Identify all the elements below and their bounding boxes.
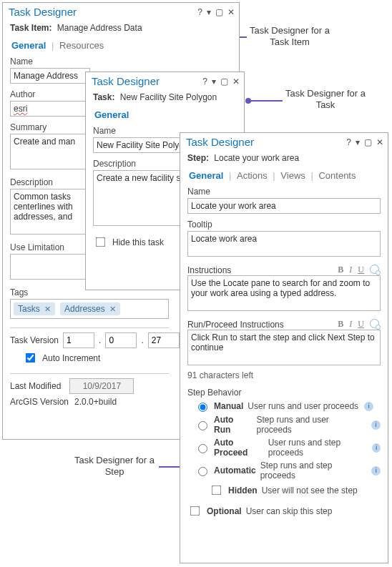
chars-left: 91 characters left (187, 370, 381, 380)
desc-optional: User can skip this step (246, 506, 333, 516)
checkbox-hidden[interactable] (212, 485, 222, 495)
pane-step: Task Designer ? ▾ ▢ ✕ Step: Locate your … (180, 132, 388, 563)
bold-icon[interactable]: B (338, 319, 343, 330)
desc-automatic: Step runs and step proceeds (260, 460, 366, 480)
input-task-description[interactable]: Create a new facility s (93, 170, 185, 226)
label-hide-task: Hide this task (112, 237, 164, 247)
bold-icon[interactable]: B (338, 265, 343, 275)
label-manual: Manual (214, 401, 243, 411)
info-icon[interactable]: i (371, 420, 381, 430)
tab-general[interactable]: General (10, 40, 47, 51)
menu-caret-icon[interactable]: ▾ (207, 8, 211, 16)
restore-icon[interactable]: ▢ (215, 8, 223, 16)
close-icon[interactable]: ✕ (232, 77, 240, 86)
value-arcgis-version: 2.0.0+build (74, 397, 117, 407)
radio-manual[interactable] (198, 403, 207, 412)
input-run-instructions[interactable]: Click Run to start the step and click Ne… (187, 330, 381, 365)
close-icon[interactable]: ✕ (376, 138, 383, 147)
desc-hidden: User will not see the step (262, 485, 358, 495)
tab-general[interactable]: General (187, 170, 225, 181)
label-step-name: Name (187, 187, 381, 197)
label-task-version: Task Version (10, 335, 59, 345)
tags-container[interactable]: Tasks✕ Addresses✕ (10, 299, 169, 319)
label-arcgis-version: ArcGIS Version (10, 397, 69, 407)
label-optional: Optional (207, 506, 242, 516)
restore-icon[interactable]: ▢ (220, 77, 228, 86)
callout-1-line1: Task Designer for a (250, 25, 330, 36)
tab-resources[interactable]: Resources (58, 40, 105, 51)
input-version-minor[interactable] (105, 332, 137, 348)
tab-general[interactable]: General (93, 109, 130, 120)
step-heading-label: Step: (187, 153, 209, 163)
radio-automatic[interactable] (198, 467, 207, 476)
label-hidden: Hidden (228, 485, 258, 495)
callout-1-line2: Task Item (270, 36, 310, 47)
radio-auto-proceed[interactable] (198, 444, 207, 453)
input-version-major[interactable] (63, 332, 94, 348)
tag-remove-icon[interactable]: ✕ (109, 305, 116, 314)
callout-2-line1: Task Designer for a (285, 88, 366, 99)
input-step-name[interactable] (187, 198, 381, 214)
input-name[interactable] (10, 68, 90, 84)
tab-contents[interactable]: Contents (317, 170, 357, 181)
tab-actions[interactable]: Actions (235, 170, 269, 181)
underline-icon[interactable]: U (358, 265, 364, 275)
task-heading-value: New Facility Site Polygon (120, 92, 217, 102)
info-icon[interactable]: i (372, 443, 381, 453)
radio-auto-run[interactable] (198, 421, 207, 430)
checkbox-optional[interactable] (190, 506, 200, 516)
pane2-title: Task Designer (92, 75, 160, 87)
help-icon[interactable]: ? (202, 77, 207, 86)
input-instructions[interactable]: Use the Locate pane to search for and zo… (187, 275, 381, 311)
info-icon[interactable]: i (371, 466, 381, 475)
underline-icon[interactable]: U (358, 319, 364, 330)
task-item-heading-value: Manage Address Data (57, 23, 142, 33)
task-item-heading-label: Task Item: (10, 23, 52, 33)
label-auto-proceed: Auto Proceed (214, 438, 264, 458)
input-summary[interactable]: Create and man (10, 134, 90, 169)
checkbox-hide-task[interactable] (96, 237, 106, 247)
link-icon[interactable] (370, 319, 379, 328)
label-automatic: Automatic (214, 465, 256, 475)
close-icon[interactable]: ✕ (227, 8, 235, 16)
callout-2-line2: Task (316, 99, 335, 110)
label-last-modified: Last Modified (10, 381, 61, 391)
callout-3-line1: Task Designer for a (74, 455, 155, 465)
tag-remove-icon[interactable]: ✕ (44, 305, 51, 314)
task-heading-label: Task: (93, 92, 114, 102)
label-run-instructions: Run/Proceed Instructions (187, 320, 284, 330)
input-author[interactable]: esri (14, 104, 27, 114)
label-name: Name (10, 56, 232, 66)
menu-caret-icon[interactable]: ▾ (212, 77, 216, 86)
checkbox-auto-increment[interactable] (26, 353, 36, 363)
info-icon[interactable]: i (364, 402, 373, 411)
italic-icon[interactable]: I (349, 319, 352, 330)
tab-views[interactable]: Views (279, 170, 306, 181)
tag-tasks[interactable]: Tasks✕ (14, 302, 55, 315)
link-icon[interactable] (370, 265, 379, 274)
tag-addresses[interactable]: Addresses✕ (60, 302, 120, 315)
value-last-modified: 10/9/2017 (69, 378, 134, 394)
pane1-title: Task Designer (9, 6, 77, 18)
menu-caret-icon[interactable]: ▾ (356, 138, 360, 147)
desc-auto-proceed: User runs and step proceeds (268, 438, 367, 458)
italic-icon[interactable]: I (349, 265, 352, 275)
input-description[interactable]: Common tasks centerlines with addresses,… (10, 189, 90, 235)
help-icon[interactable]: ? (346, 138, 351, 147)
input-tooltip[interactable]: Locate work area (187, 231, 381, 257)
pane3-title: Task Designer (186, 136, 254, 148)
label-instructions: Instructions (187, 265, 231, 275)
label-step-behavior: Step Behavior (187, 388, 381, 398)
label-tooltip: Tooltip (187, 220, 381, 230)
callout-3-line2: Step (105, 466, 124, 477)
input-version-patch[interactable] (148, 332, 180, 348)
desc-manual: User runs and user proceeds (248, 401, 358, 411)
desc-auto-run: Step runs and user proceeds (256, 415, 366, 435)
restore-icon[interactable]: ▢ (364, 138, 372, 147)
input-task-name[interactable] (93, 137, 185, 153)
step-heading-value: Locate your work area (214, 153, 299, 163)
label-auto-run: Auto Run (214, 415, 252, 435)
label-auto-increment: Auto Increment (42, 353, 100, 363)
help-icon[interactable]: ? (197, 8, 202, 16)
